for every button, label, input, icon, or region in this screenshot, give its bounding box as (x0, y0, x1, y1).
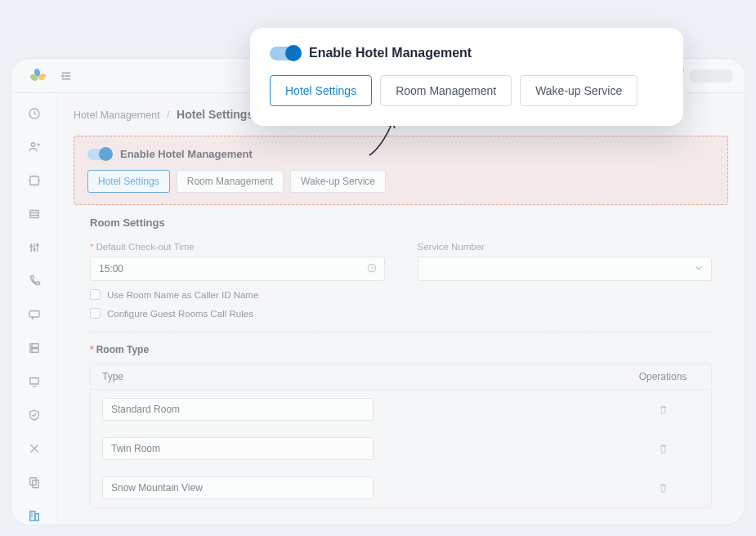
sidebar-item-security[interactable] (21, 407, 47, 424)
delete-button[interactable] (626, 482, 700, 494)
svg-point-21 (31, 350, 32, 351)
app-window: 29 (11, 59, 745, 525)
service-number-select[interactable] (418, 257, 713, 281)
opt-configure-rules-row[interactable]: Configure Guest Rooms Call Rules (90, 308, 385, 319)
svg-rect-24 (29, 478, 36, 485)
table-row: Snow Mountain View (91, 468, 711, 507)
callout-tabs: Hotel Settings Room Management Wake-up S… (270, 75, 664, 106)
callout-panel: Enable Hotel Management Hotel Settings R… (250, 28, 683, 126)
sidebar-item-tools[interactable] (21, 440, 47, 458)
delete-button[interactable] (626, 443, 700, 455)
checkbox-icon (90, 308, 101, 319)
toggle-row: Enable Hotel Management (87, 148, 714, 160)
svg-point-20 (31, 345, 32, 346)
svg-rect-7 (29, 176, 38, 185)
checkout-time-label: *Default Check-out Time (90, 242, 385, 252)
room-type-input[interactable]: Standard Room (102, 398, 374, 421)
form-area: *Default Check-out Time 15:00 Use Room N… (74, 242, 728, 508)
sidebar-item-dashboard[interactable] (21, 105, 47, 122)
breadcrumb-separator: / (167, 109, 169, 121)
callout-toggle-row: Enable Hotel Management (270, 46, 664, 60)
checkout-time-input[interactable]: 15:00 (90, 257, 385, 281)
tabs-row: Hotel Settings Room Management Wake-up S… (87, 170, 714, 193)
svg-point-4 (31, 142, 35, 146)
breadcrumb-current: Hotel Settings (177, 108, 253, 121)
room-type-table: Type Operations Standard RoomTwin RoomSn… (90, 364, 712, 508)
sidebar-item-chat[interactable] (21, 306, 47, 323)
brand-logo (18, 67, 57, 85)
divider (90, 332, 712, 333)
tab-wakeup-service[interactable]: Wake-up Service (520, 75, 637, 106)
svg-rect-25 (32, 480, 38, 488)
table-row: Twin Room (91, 429, 711, 468)
topbar-placeholder (689, 69, 733, 83)
clock-icon (366, 262, 378, 276)
sidebar (11, 93, 57, 525)
checkout-time-value: 15:00 (99, 263, 123, 275)
sidebar-item-settings-icon[interactable] (21, 239, 47, 256)
sidebar-item-phone[interactable] (21, 272, 47, 289)
tab-room-management-small[interactable]: Room Management (177, 170, 284, 193)
svg-rect-8 (29, 210, 38, 217)
sidebar-item-extension[interactable] (21, 172, 47, 189)
col-operations: Operations (626, 371, 700, 382)
tab-hotel-settings-small[interactable]: Hotel Settings (87, 170, 170, 193)
tab-wakeup-service-small[interactable]: Wake-up Service (290, 170, 386, 193)
service-number-label: Service Number (418, 242, 713, 252)
chevron-down-icon (693, 262, 705, 276)
enable-hotel-management-toggle-small[interactable] (87, 149, 112, 160)
room-type-input[interactable]: Twin Room (102, 437, 374, 460)
breadcrumb-parent[interactable]: Hotel Management (74, 109, 160, 121)
svg-rect-22 (29, 378, 38, 385)
room-settings-title: Room Settings (90, 217, 728, 229)
enable-hotel-management-toggle[interactable] (270, 47, 301, 60)
sidebar-collapse-icon[interactable] (57, 67, 75, 85)
room-type-label: *Room Type (90, 344, 712, 355)
sidebar-item-device[interactable] (21, 373, 47, 391)
opt-use-room-name-label: Use Room Name as Caller ID Name (107, 290, 258, 300)
svg-rect-27 (34, 514, 38, 520)
delete-button[interactable] (626, 404, 700, 416)
sidebar-item-hotel[interactable] (21, 507, 47, 525)
main-content: Hotel Management / Hotel Settings Enable… (57, 93, 745, 525)
toggle-knob (99, 147, 113, 161)
enable-label-small: Enable Hotel Management (120, 148, 253, 160)
room-type-input[interactable]: Snow Mountain View (102, 476, 374, 499)
toggle-knob (285, 45, 302, 61)
col-type: Type (102, 371, 626, 382)
sidebar-item-server[interactable] (21, 340, 47, 357)
svg-rect-17 (29, 311, 39, 318)
sidebar-item-users[interactable] (21, 138, 47, 155)
table-header: Type Operations (91, 364, 711, 390)
tab-room-management[interactable]: Room Management (380, 75, 512, 106)
opt-use-room-name-row[interactable]: Use Room Name as Caller ID Name (90, 289, 385, 300)
table-row: Standard Room (91, 390, 711, 429)
sidebar-item-storage[interactable] (21, 205, 47, 222)
enable-hotel-management-label: Enable Hotel Management (309, 46, 472, 60)
checkbox-icon (90, 289, 101, 300)
tab-hotel-settings[interactable]: Hotel Settings (270, 75, 372, 106)
highlighted-region: Enable Hotel Management Hotel Settings R… (74, 136, 728, 205)
sidebar-item-reports[interactable] (21, 474, 47, 491)
opt-configure-rules-label: Configure Guest Rooms Call Rules (107, 309, 253, 319)
